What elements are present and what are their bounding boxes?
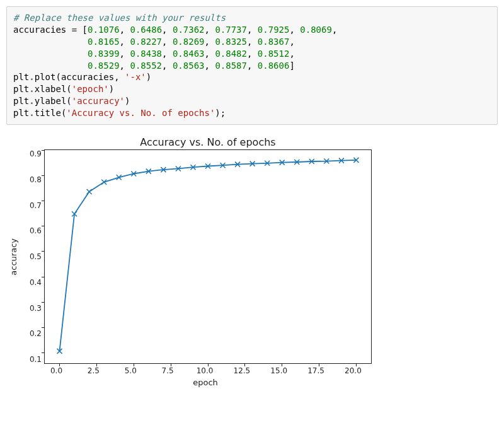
chart-title: Accuracy vs. No. of epochs: [44, 136, 372, 148]
ytick: 0.4: [20, 278, 42, 287]
ytick: 0.9: [20, 149, 42, 158]
xtick: 7.5: [159, 366, 176, 375]
ytick: 0.3: [20, 304, 42, 313]
line-plot: [45, 150, 371, 363]
chart-output: Accuracy vs. No. of epochs accuracy 0.9 …: [6, 136, 384, 387]
xtick: 17.5: [307, 366, 325, 375]
x-axis-label: epoch: [42, 378, 369, 387]
plot-axes: [44, 149, 372, 364]
xtick: 5.0: [122, 366, 139, 375]
xtick: 15.0: [270, 366, 288, 375]
ytick: 0.2: [20, 329, 42, 338]
y-axis-ticks: 0.9 0.8 0.7 0.6 0.5 0.4 0.3 0.2 0.1: [20, 149, 44, 364]
xtick: 2.5: [84, 366, 102, 375]
xtick: 0.0: [48, 366, 66, 375]
xtick: 20.0: [344, 366, 362, 375]
ytick: 0.5: [20, 252, 42, 261]
ytick: 0.1: [20, 355, 42, 364]
ytick: 0.6: [20, 226, 42, 235]
xtick: 12.5: [233, 366, 251, 375]
xtick: 10.0: [196, 366, 214, 375]
code-cell: # Replace these values with your results…: [6, 6, 498, 125]
code-var: accuracies: [13, 25, 66, 35]
x-axis-ticks: 0.02.55.07.510.012.515.017.520.0: [42, 364, 372, 375]
code-comment: # Replace these values with your results: [13, 13, 226, 23]
ytick: 0.7: [20, 201, 42, 210]
y-axis-label: accuracy: [6, 238, 20, 276]
ytick: 0.8: [20, 175, 42, 184]
